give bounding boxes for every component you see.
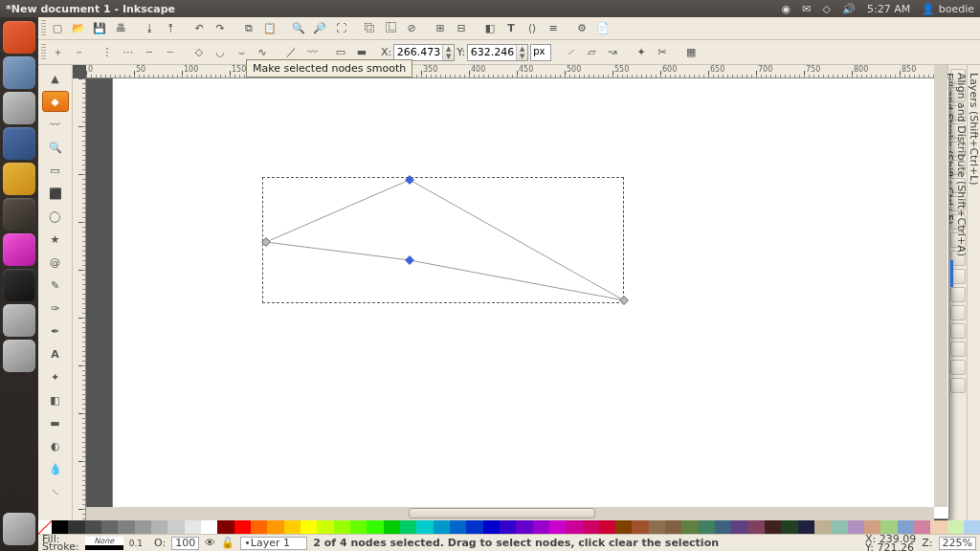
fill-indicator[interactable]: Fill: Stroke: (42, 536, 79, 551)
launcher-files[interactable] (3, 56, 35, 89)
launcher-firefox[interactable] (3, 163, 35, 195)
color-swatch[interactable] (781, 520, 797, 534)
redo-button[interactable]: ↷ (211, 19, 230, 38)
eraser-tool[interactable]: ◧ (42, 389, 69, 410)
color-swatch[interactable] (549, 520, 566, 534)
color-swatch[interactable] (118, 520, 134, 534)
color-swatch[interactable] (367, 520, 383, 534)
swatch-none[interactable] (38, 520, 52, 534)
show-handles-button[interactable]: ⟋ (561, 43, 580, 62)
undo-button[interactable]: ↶ (189, 19, 209, 38)
dropper-tool[interactable]: 💧 (42, 458, 69, 479)
paste-button[interactable]: 📋 (260, 19, 279, 38)
next-path-button[interactable]: ↝ (603, 43, 622, 62)
color-swatch[interactable] (151, 520, 167, 534)
color-swatch[interactable] (599, 520, 615, 534)
clone-button[interactable]: ⿺ (381, 19, 400, 38)
join-node-button[interactable]: ⋯ (119, 43, 138, 62)
text-tool-button[interactable]: T (501, 19, 521, 38)
volume-icon[interactable]: 🔊 (842, 3, 856, 15)
layer-lock-icon[interactable]: 🔓 (221, 537, 234, 549)
edit-mask-button[interactable]: ▦ (681, 43, 701, 62)
launcher-dash[interactable] (3, 21, 35, 54)
color-swatch[interactable] (583, 520, 599, 534)
corner-node-button[interactable]: ◇ (189, 43, 209, 62)
3dbox-tool[interactable]: ⬛ (42, 183, 69, 204)
dock-layers[interactable]: Layers (Shift+Ctrl+L) (968, 69, 980, 517)
bucket-tool[interactable]: ▬ (42, 412, 69, 433)
launcher-gimp[interactable] (3, 233, 35, 266)
ungroup-button[interactable]: ⊟ (452, 19, 471, 38)
color-swatch[interactable] (681, 520, 698, 534)
color-swatch[interactable] (234, 520, 251, 534)
bezier-tool[interactable]: ✑ (42, 298, 69, 319)
align-button[interactable]: ≡ (544, 19, 563, 38)
color-swatch[interactable] (632, 520, 648, 534)
fill-swatch[interactable]: None (85, 537, 123, 550)
pencil-tool[interactable]: ✎ (42, 275, 69, 296)
scrollbar-vertical[interactable] (934, 65, 947, 507)
text-toolbox[interactable]: A (42, 343, 69, 364)
node-y-input[interactable] (468, 45, 516, 60)
color-swatch[interactable] (748, 520, 765, 534)
select-tool[interactable]: ▲ (42, 68, 69, 89)
add-node-button[interactable]: ＋ (48, 43, 67, 62)
launcher-monitor[interactable] (3, 269, 35, 301)
color-swatch[interactable] (217, 520, 234, 534)
color-swatch[interactable] (566, 520, 582, 534)
duplicate-button[interactable]: ⿻ (360, 19, 379, 38)
color-swatch[interactable] (450, 520, 466, 534)
color-swatch[interactable] (930, 520, 947, 534)
clock[interactable]: 5:27 AM (867, 3, 910, 15)
color-swatch[interactable] (201, 520, 217, 534)
zoom-field[interactable]: 225% (939, 537, 976, 550)
edit-clip-button[interactable]: ✂ (653, 43, 672, 62)
print-button[interactable]: 🖶 (111, 19, 130, 38)
color-swatch[interactable] (914, 520, 930, 534)
network-icon[interactable]: ◉ (782, 3, 791, 15)
ellipse-tool[interactable]: ◯ (42, 206, 69, 227)
color-swatch[interactable] (267, 520, 283, 534)
color-swatch[interactable] (350, 520, 367, 534)
save-button[interactable]: 💾 (90, 19, 109, 38)
scrollbar-horizontal[interactable] (86, 507, 934, 520)
doc-prefs-button[interactable]: 📄 (593, 19, 612, 38)
layer-vis-icon[interactable]: 👁 (205, 537, 215, 549)
dock-align[interactable]: Align and Distribute (Shift+Ctrl+A) (955, 69, 968, 517)
color-swatch[interactable] (135, 520, 151, 534)
ruler-horizontal[interactable]: 0501001502002503003504004505005506006507… (86, 65, 947, 78)
launcher-home[interactable] (3, 92, 35, 124)
color-swatch[interactable] (715, 520, 731, 534)
node-x-input[interactable] (394, 45, 442, 60)
copy-button[interactable]: ⧉ (239, 19, 258, 38)
smooth-node-button[interactable]: ◡ (211, 43, 230, 62)
color-swatch[interactable] (101, 520, 118, 534)
color-swatch[interactable] (85, 520, 101, 534)
spray-tool[interactable]: ✦ (42, 366, 69, 387)
launcher-music[interactable] (3, 127, 35, 160)
tweak-tool[interactable]: 〰 (42, 114, 69, 135)
import-button[interactable]: ⭳ (140, 19, 159, 38)
launcher-settings[interactable] (3, 304, 35, 337)
color-swatch[interactable] (964, 520, 980, 534)
page-resize-handle[interactable] (950, 260, 953, 287)
star-tool[interactable]: ★ (42, 229, 69, 250)
color-swatch[interactable] (848, 520, 864, 534)
color-swatch[interactable] (317, 520, 333, 534)
gradient-tool[interactable]: ◐ (42, 435, 69, 456)
canvas[interactable] (86, 78, 947, 507)
toolbar-grip[interactable] (41, 44, 46, 61)
open-button[interactable]: 📂 (69, 19, 88, 38)
show-outline-button[interactable]: ▱ (582, 43, 601, 62)
launcher-disk[interactable] (3, 340, 35, 372)
break-node-button[interactable]: ⋮ (98, 43, 117, 62)
color-swatch[interactable] (533, 520, 549, 534)
color-swatch[interactable] (384, 520, 400, 534)
color-swatch[interactable] (516, 520, 532, 534)
color-swatch[interactable] (301, 520, 317, 534)
mail-icon[interactable]: ✉ (802, 3, 811, 15)
color-swatch[interactable] (284, 520, 301, 534)
fill-stroke-button[interactable]: ◧ (480, 19, 500, 38)
layer-select[interactable]: •Layer 1 (240, 537, 307, 550)
color-swatch[interactable] (500, 520, 516, 534)
